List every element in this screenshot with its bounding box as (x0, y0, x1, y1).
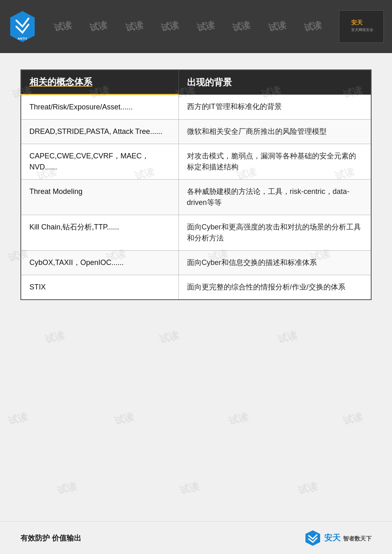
table-cell-left: Threat Modeling (21, 180, 178, 215)
header-wm-6: 试读 (232, 19, 252, 34)
header-wm-3: 试读 (124, 19, 144, 34)
table-row: CAPEC,CWE,CVE,CVRF，MAEC，NVD......对攻击模式，脆… (21, 144, 371, 180)
table-cell-right: 面向更完整的综合性的情报分析/作业/交换的体系 (178, 275, 371, 300)
table-row: DREAD,STRIDE,PASTA, Attack Tree......微软和… (21, 120, 371, 144)
header-wm-4: 试读 (160, 19, 180, 34)
table-cell-left: STIX (21, 275, 178, 300)
logo: ANTIY (8, 10, 37, 43)
footer-logo-icon (305, 530, 321, 546)
footer-company-subtext: 智者数天下 (343, 535, 372, 543)
table-row: Threat/Risk/Exposure/Asset......西方的IT管理和… (21, 95, 371, 120)
table-cell-right: 微软和相关安全厂商所推出的风险管理模型 (178, 120, 371, 144)
svg-text:ANTIY: ANTIY (18, 37, 28, 40)
header: ANTIY 试读 试读 试读 试读 试读 试读 试读 试读 安天 安天网络安全冬… (0, 0, 392, 53)
footer-logo-texts: 安天 智者数天下 (324, 532, 372, 543)
col2-header: 出现的背景 (178, 70, 371, 95)
header-wm-2: 试读 (89, 19, 109, 34)
company-icon: 安天 安天网络安全冬训营第四期 (349, 17, 374, 36)
main-content: 相关的概念体系 出现的背景 Threat/Risk/Exposure/Asset… (0, 53, 392, 308)
footer-company-name: 安天 (324, 532, 341, 543)
table-cell-left: Threat/Risk/Exposure/Asset...... (21, 95, 178, 120)
table-row: Threat Modeling各种威胁建模的方法论，工具，risk-centri… (21, 180, 371, 215)
header-wm-7: 试读 (267, 19, 287, 34)
svg-text:安天网络安全冬训营第四期: 安天网络安全冬训营第四期 (351, 28, 374, 32)
header-watermarks: 试读 试读 试读 试读 试读 试读 试读 试读 (37, 20, 339, 33)
table-row: Kill Chain,钻石分析,TTP......面向Cyber和更高强度的攻击… (21, 215, 371, 251)
col1-header: 相关的概念体系 (21, 70, 178, 95)
table-cell-right: 西方的IT管理和标准化的背景 (178, 95, 371, 120)
header-wm-1: 试读 (53, 19, 73, 34)
svg-text:安天: 安天 (351, 19, 363, 26)
table-cell-left: Kill Chain,钻石分析,TTP...... (21, 215, 178, 251)
logo-shape: ANTIY (8, 10, 37, 43)
header-wm-8: 试读 (303, 19, 323, 34)
table-cell-left: CAPEC,CWE,CVE,CVRF，MAEC，NVD...... (21, 144, 178, 180)
table-cell-left: DREAD,STRIDE,PASTA, Attack Tree...... (21, 120, 178, 144)
footer-logo: 安天 智者数天下 (305, 530, 372, 546)
table-row: CybOX,TAXII，OpenIOC......面向Cyber和信息交换的描述… (21, 251, 371, 275)
table-row: STIX面向更完整的综合性的情报分析/作业/交换的体系 (21, 275, 371, 300)
table-cell-right: 面向Cyber和更高强度的攻击和对抗的场景的分析工具和分析方法 (178, 215, 371, 251)
table-cell-right: 面向Cyber和信息交换的描述和标准体系 (178, 251, 371, 275)
table-cell-left: CybOX,TAXII，OpenIOC...... (21, 251, 178, 275)
header-right-logo: 安天 安天网络安全冬训营第四期 (339, 10, 384, 43)
footer: 有效防护 价值输出 安天 智者数天下 (0, 521, 392, 554)
header-wm-5: 试读 (196, 19, 216, 34)
table-cell-right: 各种威胁建模的方法论，工具，risk-centric，data-driven等等 (178, 180, 371, 215)
data-table: 相关的概念体系 出现的背景 Threat/Risk/Exposure/Asset… (20, 69, 372, 300)
footer-slogan: 有效防护 价值输出 (20, 533, 81, 543)
table-cell-right: 对攻击模式，脆弱点，漏洞等各种基础的安全元素的标定和描述结构 (178, 144, 371, 180)
